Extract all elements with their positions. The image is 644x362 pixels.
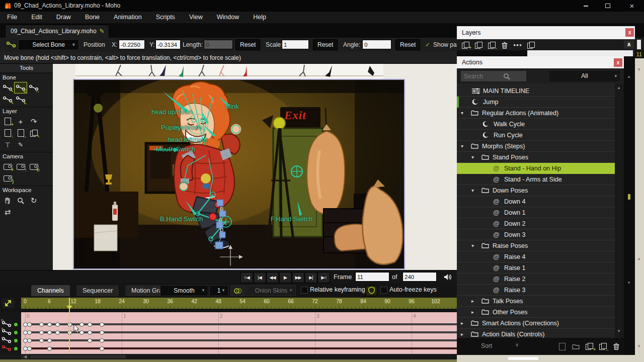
actions-close-button[interactable]: x — [614, 58, 622, 67]
zoom-tool-icon[interactable] — [15, 195, 27, 206]
main-canvas[interactable]: Exit blink head up/down Pupils eyebrows … — [73, 79, 405, 269]
action-item-main-timeline[interactable]: MAIN TIMELINE — [457, 85, 615, 97]
tab-sequencer[interactable]: Sequencer — [76, 285, 119, 296]
timeline-ruler[interactable]: 06121824303642485460667278849096102 — [21, 298, 457, 309]
action-item-raise-4[interactable]: @Raise 4 — [457, 251, 615, 262]
reference-layer-button[interactable]: → — [486, 41, 497, 49]
collapse-panel-button[interactable]: ∧ — [624, 40, 634, 49]
keyframe[interactable] — [27, 330, 32, 335]
camera-track-tool-icon[interactable]: + — [2, 161, 14, 172]
reset-position-button[interactable]: Reset — [235, 39, 260, 50]
scroll-up-icon[interactable]: ▲ — [637, 256, 641, 261]
camera-zoom-tool-icon[interactable]: ↕ — [15, 161, 27, 172]
action-item-raise-poses[interactable]: ▾Raise Poses — [457, 240, 615, 251]
scroll-up-icon[interactable]: ▲ — [617, 85, 621, 90]
more-options-button[interactable]: ●●● — [512, 41, 523, 49]
keyframe[interactable] — [39, 338, 44, 343]
scroll-down-icon[interactable]: ▼ — [627, 281, 631, 285]
keyframe[interactable] — [39, 330, 44, 335]
step-forward-button[interactable]: ▶▶ — [292, 272, 304, 283]
step-back-button[interactable]: ◀◀ — [266, 272, 279, 283]
layers-close-button[interactable]: x — [625, 28, 634, 37]
select-layer-tool-icon[interactable]: ↖ — [28, 128, 40, 138]
action-item-morphs-steps[interactable]: ▾Morphs (Steps) — [457, 141, 615, 152]
menu-item[interactable]: Help — [246, 12, 273, 23]
channel-enabled-dot[interactable] — [14, 347, 18, 350]
duplicate-layer-button[interactable] — [473, 41, 484, 49]
action-item-regular-actions-animated[interactable]: ▾Regular Actions (Animated) — [457, 108, 615, 119]
chevron-down-icon[interactable]: ▾ — [461, 108, 468, 119]
y-position-field[interactable] — [155, 40, 181, 49]
transform-bone-tool-icon[interactable]: C — [14, 82, 27, 94]
keyframe[interactable] — [47, 330, 52, 335]
chevron-right-icon[interactable]: ▸ — [471, 307, 478, 318]
action-item-other-poses[interactable]: ▸Other Poses — [457, 307, 615, 318]
go-to-end-button[interactable]: ▶| — [305, 272, 317, 283]
action-item-action-dials-controls[interactable]: ▸Action Dials (Controls) — [457, 329, 615, 338]
keyframe[interactable] — [100, 330, 104, 335]
transform-layer-tool-icon[interactable]: + — [2, 116, 14, 127]
action-item-stand-hand-on-hip[interactable]: @Stand - Hand on Hip — [457, 163, 615, 174]
action-item-raise-3[interactable]: @Raise 3 — [457, 285, 615, 296]
keyframe-guard-button[interactable] — [365, 285, 377, 296]
menu-item[interactable]: File — [0, 12, 24, 23]
channel-enabled-dot[interactable] — [14, 331, 18, 334]
channel-enabled-dot[interactable] — [14, 323, 18, 326]
action-item-smart-actions-corrections[interactable]: ▸Smart Actions (Corrections) — [457, 318, 615, 329]
title-bar[interactable]: 09_Chad_Actions_Library.moho - Moho × — [0, 0, 644, 12]
current-frame-field[interactable] — [355, 272, 389, 282]
chevron-right-icon[interactable]: ▸ — [461, 318, 468, 329]
chevron-right-icon[interactable]: ▸ — [471, 296, 478, 307]
maximize-button[interactable] — [600, 0, 616, 12]
keyframe[interactable] — [55, 330, 60, 335]
onion-skin-button[interactable] — [230, 285, 246, 296]
playhead-marker[interactable] — [66, 306, 72, 312]
reset-scale-button[interactable]: Reset — [313, 39, 338, 50]
keyframe[interactable] — [100, 322, 104, 327]
action-item-raise-1[interactable]: @Raise 1 — [457, 262, 615, 274]
document-tab[interactable]: 09_Chad_Actions_Library.moho✎ — [5, 25, 109, 38]
actions-v-scrollbar[interactable]: ▲ ▼ — [615, 83, 624, 338]
menu-item[interactable]: View — [182, 12, 210, 23]
keyframe[interactable] — [88, 338, 92, 343]
keyframe[interactable] — [88, 330, 92, 335]
layer-type-button[interactable] — [525, 41, 536, 49]
chevron-down-icon[interactable]: ▾ — [471, 185, 478, 196]
scroll-down-icon[interactable]: ▼ — [637, 344, 641, 348]
scroll-up-icon[interactable]: ▲ — [627, 74, 631, 79]
timeline-h-scrollbar[interactable]: ◀ — [0, 354, 457, 359]
speaker-icon[interactable] — [444, 274, 452, 282]
pan-tool-icon[interactable] — [2, 195, 14, 206]
keyframe[interactable] — [100, 346, 104, 351]
rotate-workspace-tool-icon[interactable]: ↻ — [28, 195, 40, 206]
scroll-down-icon[interactable]: ▼ — [617, 329, 621, 333]
insert-reference-button[interactable] — [556, 342, 568, 351]
chevron-down-icon[interactable]: ▾ — [471, 152, 478, 163]
channel-enabled-dot[interactable] — [14, 339, 18, 342]
menu-item[interactable]: Scripts — [149, 12, 182, 23]
layers-panel-header[interactable]: Layers x — [457, 26, 635, 39]
play-button[interactable]: ▶ — [279, 272, 292, 283]
bind-layer-tool-icon[interactable]: L — [15, 94, 27, 105]
end-frame-field[interactable] — [403, 272, 437, 282]
keyframe[interactable] — [27, 322, 32, 327]
action-item-down-poses[interactable]: ▾Down Poses — [457, 185, 615, 196]
angle-field[interactable] — [362, 40, 391, 49]
minimize-button[interactable] — [578, 0, 594, 12]
bone-selector-dropdown[interactable]: Select Bone▼ — [18, 39, 79, 50]
loop-play-button[interactable]: ▶○ — [317, 272, 330, 283]
interpolation-dropdown[interactable]: Smooth▼ — [160, 285, 208, 296]
action-item-stand-arms-at-side[interactable]: @Stand - Arms at Side — [457, 174, 615, 185]
close-button[interactable]: × — [624, 0, 640, 12]
relative-keyframing-checkbox[interactable] — [301, 287, 308, 294]
orbit-workspace-tool-icon[interactable]: ⇄ — [2, 207, 14, 217]
scroll-down-icon[interactable]: ▼ — [637, 67, 641, 72]
action-item-down-1[interactable]: @Down 1 — [457, 207, 615, 218]
delete-action-button[interactable] — [611, 342, 622, 351]
text-tool-icon[interactable]: T — [2, 139, 14, 150]
add-layer-tool-icon[interactable]: + — [15, 116, 27, 127]
flip-layer-tool-icon[interactable]: ↔ — [15, 128, 27, 138]
menu-item[interactable]: Animation — [107, 12, 149, 23]
scrollbar-thumb[interactable] — [30, 355, 126, 358]
duplicate-action-button[interactable]: → — [597, 342, 608, 351]
